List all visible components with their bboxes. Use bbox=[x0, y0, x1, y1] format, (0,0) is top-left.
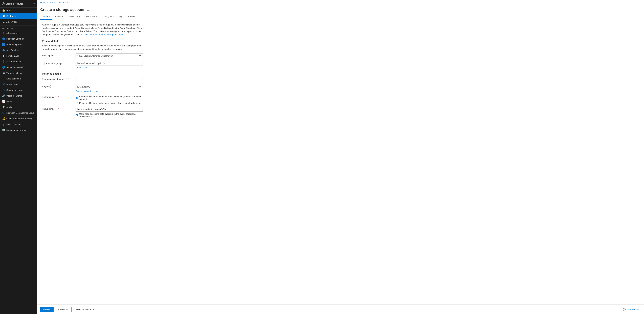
cosmos-db-icon: 🌐 bbox=[2, 66, 5, 69]
sidebar-item-cost-management[interactable]: 💰 Cost Management + Billing bbox=[0, 116, 37, 121]
sidebar-item-virtual-machines[interactable]: 💻 Virtual machines bbox=[0, 70, 37, 76]
sidebar-item-defender[interactable]: 🛡 Microsoft Defender for Cloud bbox=[0, 110, 37, 116]
form-area: Azure Storage is a Microsoft-managed ser… bbox=[37, 20, 644, 305]
sidebar: + Create a resource ≡ 🏠 Home ▦ Dashboard… bbox=[0, 0, 37, 314]
storage-accounts-icon: 🗂 bbox=[2, 89, 5, 92]
tab-tags[interactable]: Tags bbox=[116, 13, 126, 20]
sidebar-item-sql-databases[interactable]: 🗄 SQL databases bbox=[0, 59, 37, 64]
sidebar-item-all-resources[interactable]: ⊞ All resources bbox=[0, 30, 37, 36]
sidebar-item-management-groups-label: Management groups bbox=[6, 129, 26, 131]
sidebar-item-app-services[interactable]: 🔷 App Services bbox=[0, 47, 37, 53]
performance-standard-radio[interactable] bbox=[76, 97, 78, 99]
sidebar-item-entra-id[interactable]: 🔵 Microsoft Entra ID bbox=[0, 36, 37, 42]
close-button[interactable]: ✕ bbox=[637, 7, 641, 12]
tab-basics[interactable]: Basics bbox=[40, 13, 52, 20]
sidebar-item-defender-label: Microsoft Defender for Cloud bbox=[6, 112, 34, 114]
resource-group-select[interactable]: DefaultResourceGroup-EUS bbox=[76, 61, 143, 66]
storage-account-name-field: Storage account name i * bbox=[42, 77, 639, 82]
redundancy-select[interactable]: Geo-redundant storage (GRS) Locally-redu… bbox=[76, 107, 143, 112]
performance-standard-label: Standard: Recommended for most scenarios… bbox=[79, 95, 143, 100]
sidebar-item-all-services[interactable]: ☰ All services bbox=[0, 19, 37, 25]
learn-more-link[interactable]: Learn more about Azure storage accounts bbox=[82, 33, 123, 36]
sidebar-item-storage-accounts[interactable]: 🗂 Storage accounts bbox=[0, 87, 37, 93]
breadcrumb-create-resource[interactable]: Create a resource bbox=[49, 1, 66, 4]
plus-icon: + bbox=[2, 2, 5, 5]
sidebar-item-entra-id-label: Microsoft Entra ID bbox=[6, 37, 24, 40]
tab-networking[interactable]: Networking bbox=[66, 13, 82, 20]
read-access-row: Make read access to data available in th… bbox=[76, 113, 143, 118]
give-feedback-button[interactable]: 💬 Give feedback bbox=[623, 308, 641, 311]
sidebar-item-monitor[interactable]: 📈 Monitor bbox=[0, 99, 37, 104]
all-services-icon: ☰ bbox=[2, 20, 5, 23]
sidebar-item-cosmos-db[interactable]: 🌐 Azure Cosmos DB bbox=[0, 64, 37, 70]
tab-advanced[interactable]: Advanced bbox=[52, 13, 66, 20]
sidebar-top: + Create a resource ≡ bbox=[0, 0, 37, 7]
breadcrumb-chevron-1: › bbox=[47, 2, 48, 4]
tab-review[interactable]: Review bbox=[126, 13, 138, 20]
performance-required: * bbox=[58, 96, 59, 98]
tab-encryption[interactable]: Encryption bbox=[102, 13, 116, 20]
performance-standard-option[interactable]: Standard: Recommended for most scenarios… bbox=[76, 95, 143, 100]
all-resources-icon: ⊞ bbox=[2, 31, 5, 34]
subscription-select[interactable]: Visual Studio Enterprise Subscription bbox=[76, 53, 143, 58]
resource-group-row: Resource group * DefaultResourceGroup-EU… bbox=[42, 61, 639, 69]
entra-id-icon: 🔵 bbox=[2, 37, 5, 40]
region-label: Region i * bbox=[42, 84, 76, 88]
defender-icon: 🛡 bbox=[2, 111, 5, 114]
next-button[interactable]: Next : Advanced > bbox=[73, 307, 97, 312]
sidebar-item-route-tables[interactable]: 🗺 Route tables bbox=[0, 81, 37, 87]
sidebar-item-virtual-networks-label: Virtual networks bbox=[6, 95, 22, 97]
region-select[interactable]: (US) East US (US) East US 2 (US) West US… bbox=[76, 84, 143, 89]
create-resource-button[interactable]: + Create a resource bbox=[2, 2, 23, 6]
sidebar-item-load-balancers-label: Load balancers bbox=[6, 77, 21, 80]
page-title: Create a storage account bbox=[40, 7, 84, 12]
favorites-section-label: FAVORITES bbox=[0, 26, 37, 30]
feedback-label: Give feedback bbox=[627, 308, 641, 311]
performance-premium-label: Premium: Recommended for scenarios that … bbox=[79, 102, 140, 104]
tab-data-protection[interactable]: Data protection bbox=[82, 13, 102, 20]
virtual-networks-icon: 🔗 bbox=[2, 94, 5, 97]
performance-premium-radio[interactable] bbox=[76, 102, 78, 104]
sidebar-item-help-support[interactable]: ❓ Help + support bbox=[0, 121, 37, 127]
deploy-edge-link[interactable]: Deploy to an edge zone bbox=[76, 90, 143, 92]
management-groups-icon: 🏢 bbox=[2, 128, 5, 132]
region-control: (US) East US (US) East US 2 (US) West US… bbox=[76, 84, 143, 92]
sidebar-item-home[interactable]: 🏠 Home bbox=[0, 7, 37, 13]
create-new-link[interactable]: Create new bbox=[76, 66, 143, 69]
resource-group-label: Resource group * bbox=[46, 62, 63, 65]
sidebar-item-advisor[interactable]: 💡 Advisor bbox=[0, 104, 37, 110]
review-button[interactable]: Review bbox=[40, 307, 54, 312]
sidebar-item-virtual-machines-label: Virtual machines bbox=[6, 72, 22, 74]
breadcrumb-home[interactable]: Home bbox=[40, 1, 46, 4]
sidebar-item-advisor-label: Advisor bbox=[6, 106, 14, 109]
sidebar-item-management-groups[interactable]: 🏢 Management groups bbox=[0, 127, 37, 133]
make-read-access-checkbox[interactable] bbox=[76, 114, 78, 116]
sidebar-item-help-support-label: Help + support bbox=[6, 123, 21, 126]
storage-account-name-input[interactable] bbox=[76, 77, 143, 82]
sidebar-item-virtual-networks[interactable]: 🔗 Virtual networks bbox=[0, 93, 37, 99]
create-resource-label: Create a resource bbox=[6, 2, 23, 5]
storage-account-name-control bbox=[76, 77, 143, 82]
region-required: * bbox=[52, 85, 54, 88]
sidebar-item-home-label: Home bbox=[6, 9, 12, 12]
sidebar-collapse-button[interactable]: ≡ bbox=[34, 2, 35, 5]
project-details-desc: Select the subscription in which to crea… bbox=[42, 44, 146, 51]
home-icon: 🏠 bbox=[2, 9, 5, 12]
sidebar-item-resource-groups[interactable]: 🟦 Resource groups bbox=[0, 42, 37, 47]
redundancy-info-icon: i bbox=[55, 108, 57, 110]
more-options-button[interactable]: ... bbox=[86, 7, 91, 12]
tabs-bar: Basics Advanced Networking Data protecti… bbox=[37, 13, 644, 20]
sidebar-item-dashboard[interactable]: ▦ Dashboard bbox=[0, 13, 37, 19]
sidebar-item-sql-databases-label: SQL databases bbox=[6, 60, 21, 63]
route-tables-icon: 🗺 bbox=[2, 83, 5, 86]
previous-button[interactable]: < Previous bbox=[55, 307, 72, 312]
redundancy-required: * bbox=[58, 108, 59, 110]
sidebar-item-function-app[interactable]: ⚡ Function App bbox=[0, 53, 37, 59]
monitor-icon: 📈 bbox=[2, 100, 5, 103]
instance-details-title: Instance details bbox=[42, 72, 639, 75]
sidebar-divider-1 bbox=[0, 25, 37, 25]
redundancy-control: Geo-redundant storage (GRS) Locally-redu… bbox=[76, 107, 143, 118]
sidebar-item-load-balancers[interactable]: ⚖ Load balancers bbox=[0, 76, 37, 81]
performance-premium-option[interactable]: Premium: Recommended for scenarios that … bbox=[76, 102, 143, 104]
footer-bar: Review < Previous Next : Advanced > 💬 Gi… bbox=[37, 305, 644, 314]
